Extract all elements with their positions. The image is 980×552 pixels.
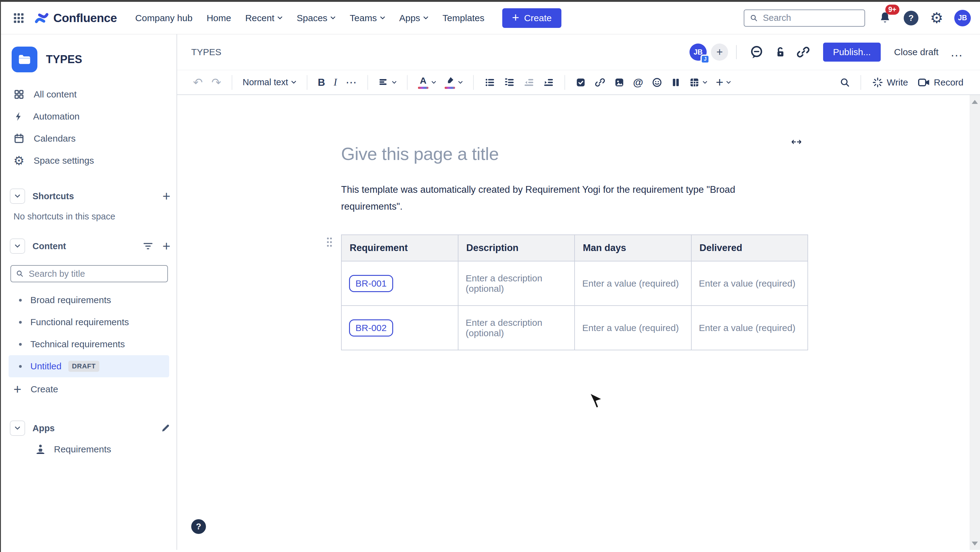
- man-days-cell[interactable]: Enter a value (required): [574, 261, 691, 305]
- col-header-description[interactable]: Description: [458, 235, 575, 261]
- divider: [736, 45, 737, 59]
- undo-button[interactable]: ↶: [189, 73, 207, 92]
- find-replace-button[interactable]: [835, 73, 854, 92]
- layouts-button[interactable]: [667, 73, 685, 92]
- indent-button[interactable]: [539, 73, 558, 92]
- vertical-scrollbar[interactable]: [970, 95, 980, 550]
- space-header[interactable]: TYPES: [12, 46, 170, 72]
- app-switcher-icon[interactable]: [12, 12, 25, 24]
- confluence-mark-icon: [34, 11, 49, 25]
- delivered-cell[interactable]: Enter a value (required): [691, 261, 808, 305]
- notifications-button[interactable]: 9+: [878, 11, 891, 25]
- description-cell[interactable]: Enter a description (optional): [458, 261, 575, 305]
- numbered-list-button[interactable]: [500, 73, 519, 92]
- more-menu-button[interactable]: ...: [951, 50, 963, 54]
- add-shortcut-button[interactable]: +: [162, 189, 170, 203]
- record-button[interactable]: Record: [913, 77, 968, 87]
- search-input[interactable]: [762, 13, 859, 23]
- man-days-cell[interactable]: Enter a value (required): [574, 305, 691, 350]
- insert-image-button[interactable]: [610, 73, 629, 92]
- redo-button[interactable]: ↷: [207, 73, 226, 92]
- user-avatar[interactable]: JB: [954, 10, 971, 26]
- filter-icon[interactable]: [143, 242, 153, 251]
- content-collapse-toggle[interactable]: [10, 239, 25, 254]
- outdent-button[interactable]: [519, 73, 539, 92]
- scroll-up-arrow-icon[interactable]: [972, 100, 978, 104]
- divider: [307, 75, 307, 90]
- add-content-button[interactable]: +: [162, 239, 170, 253]
- draft-badge: DRAFT: [68, 361, 100, 372]
- highlight-icon: [445, 76, 455, 89]
- ai-write-button[interactable]: Write: [867, 77, 913, 88]
- insert-table-dropdown[interactable]: [685, 73, 711, 92]
- content-search-box[interactable]: [10, 265, 168, 282]
- sidebar-item-requirements-app[interactable]: Requirements: [9, 438, 170, 461]
- collaborator-avatar[interactable]: JBJ: [689, 43, 706, 61]
- sidebar-item-automation[interactable]: Automation: [9, 105, 170, 127]
- pencil-icon[interactable]: [161, 423, 170, 433]
- nav-apps[interactable]: Apps: [399, 13, 428, 23]
- italic-button[interactable]: I: [329, 73, 341, 92]
- requirement-key-pill[interactable]: BR-002: [349, 320, 393, 337]
- page-item-untitled-draft[interactable]: UntitledDRAFT: [9, 355, 169, 377]
- settings-gear-icon[interactable]: ⚙: [930, 11, 943, 25]
- emoji-button[interactable]: [648, 73, 667, 92]
- grid-icon: [13, 89, 24, 100]
- help-button[interactable]: ?: [904, 11, 918, 25]
- nav-home[interactable]: Home: [207, 13, 231, 23]
- confluence-logo[interactable]: Confluence: [34, 11, 117, 25]
- document-canvas[interactable]: Give this page a title This template was…: [177, 95, 980, 550]
- page-item-functional-requirements[interactable]: Functional requirements: [9, 311, 169, 333]
- shortcuts-collapse-toggle[interactable]: [10, 188, 25, 204]
- chevron-down-icon: [15, 194, 20, 198]
- sidebar-item-calendars[interactable]: Calendars: [9, 127, 170, 150]
- text-color-dropdown[interactable]: A: [414, 73, 441, 92]
- inline-comment-button[interactable]: [749, 45, 764, 59]
- restrictions-button[interactable]: [773, 45, 786, 59]
- insert-element-dropdown[interactable]: +: [711, 73, 735, 92]
- insert-link-button[interactable]: [590, 73, 610, 92]
- drag-handle-icon[interactable]: [327, 237, 333, 248]
- bullet-list-button[interactable]: [480, 73, 500, 92]
- close-draft-button[interactable]: Close draft: [894, 47, 939, 57]
- sidebar-create-button[interactable]: +Create: [9, 377, 170, 401]
- task-list-button[interactable]: [571, 73, 590, 92]
- mention-button[interactable]: @: [629, 73, 648, 92]
- global-search-box[interactable]: [744, 10, 865, 27]
- search-icon: [750, 13, 758, 23]
- confluence-editor-window: Confluence Company hub Home Recent Space…: [0, 0, 980, 552]
- nav-recent[interactable]: Recent: [245, 13, 283, 23]
- create-button[interactable]: +Create: [502, 8, 562, 28]
- alignment-dropdown[interactable]: [374, 73, 401, 92]
- more-formatting-button[interactable]: ⋯: [341, 73, 361, 92]
- copy-link-button[interactable]: [796, 45, 810, 59]
- editor-help-button[interactable]: ?: [191, 519, 206, 534]
- nav-spaces[interactable]: Spaces: [297, 13, 336, 23]
- col-header-requirement[interactable]: Requirement: [341, 235, 458, 261]
- sidebar-item-space-settings[interactable]: ⚙ Space settings: [9, 150, 170, 172]
- highlight-color-dropdown[interactable]: [441, 73, 467, 92]
- delivered-cell[interactable]: Enter a value (required): [691, 305, 808, 350]
- scroll-down-arrow-icon[interactable]: [972, 542, 978, 546]
- sidebar-item-all-content[interactable]: All content: [9, 83, 170, 105]
- nav-templates[interactable]: Templates: [442, 13, 485, 23]
- page-item-broad-requirements[interactable]: Broad requirements: [9, 289, 169, 311]
- content-search-input[interactable]: [28, 269, 162, 279]
- col-header-delivered[interactable]: Delivered: [691, 235, 808, 261]
- nav-company-hub[interactable]: Company hub: [135, 13, 192, 23]
- description-cell[interactable]: Enter a description (optional): [458, 305, 575, 350]
- invite-collaborator-button[interactable]: +: [711, 43, 728, 61]
- breadcrumb[interactable]: TYPES: [191, 47, 221, 57]
- col-header-man-days[interactable]: Man days: [574, 235, 691, 261]
- nav-teams[interactable]: Teams: [350, 13, 385, 23]
- requirement-key-pill[interactable]: BR-001: [349, 275, 393, 292]
- page-title-placeholder[interactable]: Give this page a title: [341, 143, 808, 164]
- requirements-table[interactable]: Requirement Description Man days Deliver…: [341, 234, 808, 350]
- page-item-technical-requirements[interactable]: Technical requirements: [9, 333, 169, 355]
- bold-button[interactable]: B: [313, 73, 329, 92]
- text-style-dropdown[interactable]: Normal text: [239, 73, 301, 92]
- page-width-toggle[interactable]: [791, 138, 802, 147]
- intro-paragraph[interactable]: This template was automatically created …: [341, 181, 779, 215]
- publish-button[interactable]: Publish...: [823, 43, 880, 62]
- apps-collapse-toggle[interactable]: [10, 420, 25, 436]
